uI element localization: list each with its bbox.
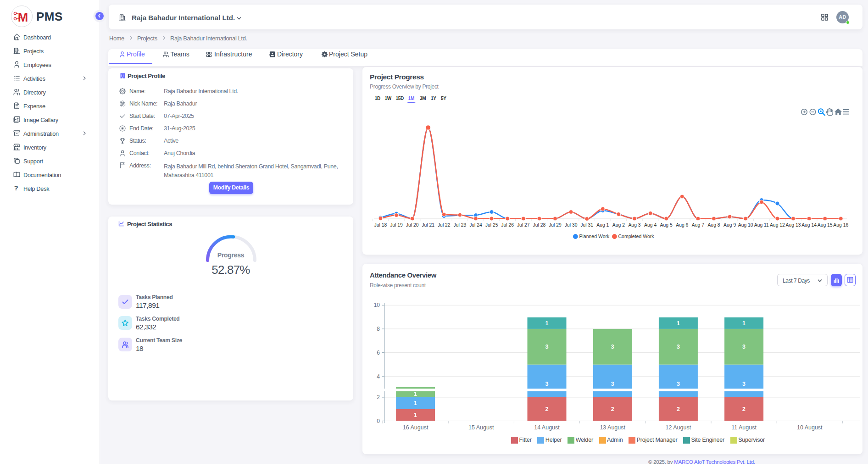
svg-text:2: 2 [611, 406, 614, 412]
svg-text:2: 2 [545, 406, 549, 412]
svg-text:10: 10 [374, 302, 380, 308]
svg-text:8: 8 [377, 326, 380, 332]
svg-text:3: 3 [545, 344, 549, 350]
svg-text:2: 2 [677, 406, 680, 412]
svg-text:Aug 10: Aug 10 [738, 222, 753, 228]
svg-text:3: 3 [742, 344, 746, 350]
svg-text:Aug 15: Aug 15 [818, 222, 833, 228]
svg-text:1: 1 [414, 391, 417, 397]
svg-text:Jul 30: Jul 30 [565, 222, 578, 228]
svg-text:Jul 27: Jul 27 [517, 222, 530, 228]
svg-text:4: 4 [377, 373, 380, 380]
svg-text:Aug 2: Aug 2 [612, 222, 625, 228]
svg-text:2: 2 [742, 406, 746, 412]
svg-text:Completed Work: Completed Work [618, 234, 655, 239]
svg-text:Jul 26: Jul 26 [501, 222, 514, 228]
svg-text:1: 1 [677, 320, 680, 327]
svg-text:Jul 18: Jul 18 [374, 222, 387, 228]
svg-text:Aug 6: Aug 6 [676, 222, 688, 228]
svg-text:Jul 25: Jul 25 [485, 222, 498, 228]
svg-text:Aug 16: Aug 16 [833, 222, 848, 228]
svg-text:12 August: 12 August [666, 424, 691, 431]
svg-text:Jul 24: Jul 24 [469, 222, 482, 228]
svg-text:3: 3 [545, 381, 549, 387]
svg-text:Jul 28: Jul 28 [533, 222, 546, 228]
svg-text:3: 3 [742, 381, 746, 387]
svg-text:11 August: 11 August [731, 424, 757, 431]
svg-text:0: 0 [377, 418, 380, 424]
svg-text:Aug 9: Aug 9 [723, 222, 736, 228]
svg-text:Jul 31: Jul 31 [580, 222, 593, 228]
svg-text:1: 1 [414, 400, 417, 406]
svg-text:Aug 11: Aug 11 [754, 222, 769, 228]
svg-text:1: 1 [414, 412, 417, 418]
svg-text:Jul 19: Jul 19 [390, 222, 403, 228]
svg-text:14 August: 14 August [534, 424, 560, 431]
svg-text:Aug 3: Aug 3 [628, 222, 640, 228]
svg-text:3: 3 [611, 344, 614, 350]
svg-text:2: 2 [377, 394, 380, 400]
svg-text:Jul 23: Jul 23 [454, 222, 467, 228]
svg-text:10 August: 10 August [797, 424, 823, 431]
svg-text:3: 3 [611, 381, 614, 387]
svg-text:Aug 7: Aug 7 [692, 222, 704, 228]
svg-text:1: 1 [742, 320, 746, 327]
svg-text:6: 6 [377, 350, 380, 356]
svg-text:Aug 13: Aug 13 [786, 222, 801, 228]
svg-text:Aug 14: Aug 14 [801, 222, 817, 228]
svg-text:Aug 12: Aug 12 [770, 222, 785, 228]
svg-text:Aug 8: Aug 8 [707, 222, 720, 228]
svg-text:Aug 1: Aug 1 [596, 222, 609, 228]
svg-text:13 August: 13 August [600, 424, 625, 431]
svg-text:16 August: 16 August [403, 424, 428, 431]
svg-text:Jul 22: Jul 22 [438, 222, 451, 228]
svg-text:1: 1 [545, 320, 549, 327]
svg-text:Jul 21: Jul 21 [422, 222, 434, 228]
svg-text:3: 3 [677, 344, 680, 350]
svg-text:Jul 29: Jul 29 [549, 222, 562, 228]
svg-text:3: 3 [677, 381, 680, 387]
svg-text:Planned Work: Planned Work [579, 234, 610, 239]
svg-text:15 August: 15 August [468, 424, 494, 431]
svg-text:Aug 5: Aug 5 [660, 222, 673, 228]
svg-text:Aug 4: Aug 4 [644, 222, 657, 228]
svg-text:Jul 20: Jul 20 [406, 222, 419, 228]
